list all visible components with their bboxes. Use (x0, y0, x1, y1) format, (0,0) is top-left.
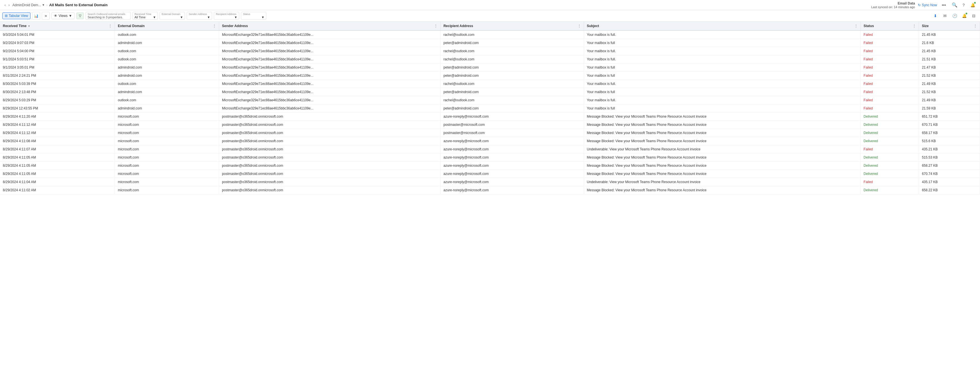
alert-button[interactable]: 🔔 (960, 12, 968, 20)
table-row[interactable]: 8/29/2024 4:11:07 AM microsoft.com postm… (0, 145, 980, 154)
cell-status: Failed (861, 88, 919, 96)
cell-external-domain: microsoft.com (115, 186, 219, 194)
table-row[interactable]: 8/29/2024 4:11:08 AM microsoft.com postm… (0, 137, 980, 145)
cell-sender-address: MicrosoftExchange329e71ec88ae4615bbc36ab… (219, 105, 441, 112)
cell-size: 21.45 KB (919, 30, 980, 39)
table-row[interactable]: 9/1/2024 3:05:01 PM admindroid.com Micro… (0, 63, 980, 72)
cell-sender-address: MicrosoftExchange329e71ec88ae4615bbc36ab… (219, 72, 441, 80)
table-row[interactable]: 9/1/2024 5:03:51 PM outlook.com Microsof… (0, 55, 980, 63)
table-row[interactable]: 8/31/2024 2:24:21 PM admindroid.com Micr… (0, 72, 980, 80)
cell-subject: Your mailbox is full. (584, 55, 861, 63)
tenant-dropdown-icon[interactable]: ▼ (42, 3, 45, 6)
cell-external-domain: microsoft.com (115, 178, 219, 186)
filter-button[interactable]: ▽ (76, 13, 84, 19)
cell-subject: Message Blocked: View your Microsoft Tea… (584, 170, 861, 178)
table-row[interactable]: 9/2/2024 5:04:00 PM outlook.com Microsof… (0, 47, 980, 55)
cell-recipient-address: azure-noreply@microsoft.com (441, 112, 584, 121)
cell-received-time: 9/1/2024 3:05:01 PM (0, 63, 115, 72)
cell-received-time: 8/30/2024 5:03:39 PM (0, 80, 115, 88)
cell-external-domain: outlook.com (115, 55, 219, 63)
table-row[interactable]: 8/29/2024 4:11:12 AM microsoft.com postm… (0, 129, 980, 137)
back-arrow[interactable]: ‹ (3, 3, 7, 8)
cell-external-domain: microsoft.com (115, 137, 219, 145)
summary-icon-button[interactable]: ≡ (42, 12, 50, 20)
cell-size: 21.59 KB (919, 105, 980, 112)
cell-recipient-address: azure-noreply@microsoft.com (441, 186, 584, 194)
sender-address-filter[interactable]: Sender Address ▼ (187, 12, 212, 20)
email-button[interactable]: ✉ (941, 12, 949, 20)
col-sender-address[interactable]: Sender Address ⋮ (219, 22, 441, 30)
col-menu-sender-address[interactable]: ⋮ (434, 24, 438, 28)
col-received-time[interactable]: Received Time ▼ ⋮ (0, 22, 115, 30)
col-menu-received-time[interactable]: ⋮ (108, 24, 112, 28)
cell-subject: Your mailbox is full. (584, 47, 861, 55)
table-row[interactable]: 8/29/2024 12:43:55 PM admindroid.com Mic… (0, 105, 980, 112)
table-row[interactable]: 9/2/2024 9:07:03 PM admindroid.com Micro… (0, 39, 980, 47)
cell-external-domain: admindroid.com (115, 39, 219, 47)
table-row[interactable]: 9/3/2024 5:04:01 PM outlook.com Microsof… (0, 30, 980, 39)
breadcrumb-separator: › (46, 3, 48, 7)
cell-recipient-address: peter@admindroid.com (441, 72, 584, 80)
col-external-domain[interactable]: External Domain ⋮ (115, 22, 219, 30)
col-menu-recipient-address[interactable]: ⋮ (578, 24, 581, 28)
cell-status: Failed (861, 39, 919, 47)
search-box[interactable]: Search Outbound external emails Searchin… (86, 12, 131, 20)
table-row[interactable]: 8/29/2024 5:03:29 PM outlook.com Microso… (0, 96, 980, 105)
col-menu-external-domain[interactable]: ⋮ (213, 24, 216, 28)
table-row[interactable]: 8/29/2024 4:11:04 AM microsoft.com postm… (0, 178, 980, 186)
col-recipient-address[interactable]: Recipient Address ⋮ (441, 22, 584, 30)
notification-button[interactable]: 🔔 (969, 1, 977, 9)
more-options-button[interactable]: ••• (940, 1, 948, 9)
cell-size: 435.21 KB (919, 145, 980, 154)
help-button[interactable]: ? (960, 1, 967, 9)
col-status[interactable]: Status ⋮ (861, 22, 919, 30)
cell-subject: Your mailbox is full (584, 39, 861, 47)
cell-status: Failed (861, 145, 919, 154)
table-row[interactable]: 8/29/2024 4:11:05 AM microsoft.com postm… (0, 154, 980, 162)
search-button[interactable]: 🔍 (951, 1, 959, 9)
forward-arrow[interactable]: › (7, 3, 11, 8)
views-dropdown-button[interactable]: 👁 Views ▼ (51, 13, 75, 19)
download-button[interactable]: ⬇ (931, 12, 939, 20)
cell-external-domain: outlook.com (115, 47, 219, 55)
cell-received-time: 8/29/2024 4:11:05 AM (0, 162, 115, 170)
table-row[interactable]: 8/30/2024 2:13:48 PM admindroid.com Micr… (0, 88, 980, 96)
received-time-filter[interactable]: Received Time All Time ▼ (132, 12, 158, 20)
status-filter[interactable]: Status ▼ (241, 12, 266, 20)
schedule-button[interactable]: 🕐 (951, 12, 959, 20)
cell-status: Failed (861, 105, 919, 112)
cell-size: 21.6 KB (919, 39, 980, 47)
chart-icon-button[interactable]: 📊 (32, 12, 40, 20)
table-row[interactable]: 8/30/2024 5:03:39 PM outlook.com Microso… (0, 80, 980, 88)
col-menu-status[interactable]: ⋮ (913, 24, 916, 28)
cell-subject: Message Blocked: View your Microsoft Tea… (584, 186, 861, 194)
cell-sender-address: MicrosoftExchange329e71ec88ae4615bbc36ab… (219, 55, 441, 63)
recipient-address-filter[interactable]: Recipient Address ▼ (214, 12, 239, 20)
cell-received-time: 8/29/2024 4:11:07 AM (0, 145, 115, 154)
table-row[interactable]: 8/29/2024 4:11:20 AM microsoft.com postm… (0, 112, 980, 121)
tabular-view-button[interactable]: ⊞ Tabular View (2, 13, 30, 19)
received-time-chevron-icon: ▼ (153, 16, 156, 19)
col-size[interactable]: Size ⋮ (919, 22, 980, 30)
col-menu-subject[interactable]: ⋮ (854, 24, 858, 28)
cell-external-domain: microsoft.com (115, 112, 219, 121)
cell-subject: Message Blocked: View your Microsoft Tea… (584, 112, 861, 121)
table-row[interactable]: 8/29/2024 4:11:12 AM microsoft.com postm… (0, 121, 980, 129)
cell-status: Delivered (861, 112, 919, 121)
cell-size: 21.45 KB (919, 47, 980, 55)
table-row[interactable]: 8/29/2024 4:11:05 AM microsoft.com postm… (0, 170, 980, 178)
col-menu-size[interactable]: ⋮ (974, 24, 977, 28)
cell-sender-address: postmaster@o365droid.onmicrosoft.com (219, 129, 441, 137)
cell-recipient-address: azure-noreply@microsoft.com (441, 170, 584, 178)
external-domain-filter[interactable]: External Domain ▼ (159, 12, 185, 20)
cell-size: 21.52 KB (919, 72, 980, 80)
table-icon: ⊞ (5, 14, 8, 18)
cell-received-time: 8/29/2024 4:11:05 AM (0, 154, 115, 162)
sort-icon-received-time: ▼ (28, 25, 30, 28)
columns-button[interactable]: ⊟ (970, 12, 978, 20)
tenant-name[interactable]: AdminDroid Dem... ▼ (13, 3, 45, 7)
sync-now-button[interactable]: ↻ Sync Now (918, 3, 937, 7)
table-row[interactable]: 8/29/2024 4:11:05 AM microsoft.com postm… (0, 162, 980, 170)
col-subject[interactable]: Subject ⋮ (584, 22, 861, 30)
table-row[interactable]: 8/29/2024 4:11:02 AM microsoft.com postm… (0, 186, 980, 194)
